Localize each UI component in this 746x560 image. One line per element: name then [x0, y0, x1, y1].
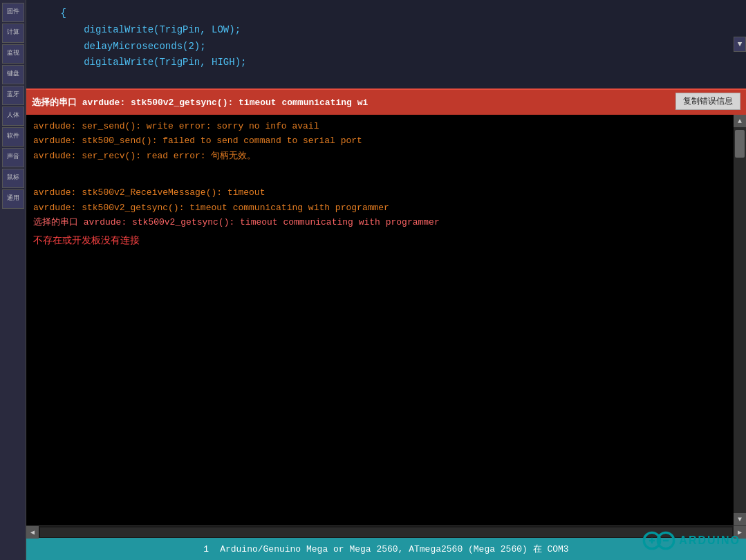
sidebar-label-bluetooth: 蓝牙	[7, 92, 19, 99]
sidebar-item-software[interactable]: 软件	[2, 127, 24, 147]
main-area: { digitalWrite(TrigPin, LOW); delayMicro…	[26, 0, 746, 560]
scroll-up-arrow[interactable]: ▲	[734, 115, 746, 127]
error-console-container: avrdude: ser_send(): write error: sorry …	[26, 115, 746, 538]
sidebar-label-monitor: 监视	[7, 50, 19, 57]
line-number: 1	[203, 544, 209, 554]
arduino-icon-svg	[642, 527, 676, 554]
sidebar-label-software: 软件	[7, 133, 19, 140]
copy-error-button[interactable]: 复制错误信息	[675, 93, 740, 110]
sidebar-label-human: 人体	[7, 113, 19, 120]
console-scrollbar[interactable]: ▲ ▼	[734, 115, 746, 525]
code-line-3: delayMicroseconds(2);	[37, 39, 735, 55]
sidebar-label-firmware: 固件	[7, 9, 19, 16]
scroll-left-arrow[interactable]: ◀	[26, 526, 39, 539]
sidebar-item-compute[interactable]: 计算	[2, 24, 24, 43]
code-line-1: {	[37, 6, 735, 22]
sidebar-item-monitor[interactable]: 监视	[2, 44, 24, 64]
code-line-4: digitalWrite(TrigPin, HIGH);	[37, 55, 735, 71]
error-line-5: avrdude: stk500v2_getsync(): timeout com…	[33, 200, 739, 215]
sidebar-label-mouse: 鼠标	[7, 175, 19, 182]
sidebar-item-keyboard[interactable]: 键盘	[2, 65, 24, 84]
error-line-cn: 不存在或开发板没有连接	[33, 230, 739, 250]
sidebar-item-human[interactable]: 人体	[2, 106, 24, 126]
sidebar-label-general: 通用	[7, 196, 19, 203]
sidebar-item-bluetooth[interactable]: 蓝牙	[2, 86, 24, 105]
error-header-bar: 选择的串口 avrdude: stk500v2_getsync(): timeo…	[26, 90, 746, 115]
sidebar-item-general[interactable]: 通用	[2, 189, 24, 209]
sidebar-item-firmware[interactable]: 固件	[2, 3, 24, 22]
scroll-track	[40, 528, 732, 537]
scroll-down-arrow[interactable]: ▼	[734, 513, 746, 525]
status-bar: 1 Arduino/Genuino Mega or Mega 2560, ATm…	[26, 538, 746, 560]
horizontal-scrollbar[interactable]: ◀ ▶	[26, 525, 746, 538]
error-line-selected: 选择的串口 avrdude: stk500v2_getsync(): timeo…	[33, 215, 739, 230]
sidebar: 固件 计算 监视 键盘 蓝牙 人体 软件 声音 鼠标 通用	[0, 0, 26, 560]
sidebar-label-compute: 计算	[7, 30, 19, 37]
arduino-logo: ARDUINO	[642, 527, 740, 554]
error-line-empty-2	[33, 174, 739, 185]
status-text: Arduino/Genuino Mega or Mega 2560, ATmeg…	[220, 543, 568, 555]
sidebar-label-sound: 声音	[7, 154, 19, 161]
error-line-empty-1	[33, 163, 739, 174]
error-line-2: avrdude: stk500_send(): failed to send c…	[33, 133, 739, 148]
code-scroll-right[interactable]: ▼	[734, 37, 746, 52]
code-editor: { digitalWrite(TrigPin, LOW); delayMicro…	[26, 0, 746, 90]
error-header-text: 选择的串口 avrdude: stk500v2_getsync(): timeo…	[32, 96, 740, 109]
sidebar-label-keyboard: 键盘	[7, 71, 19, 78]
code-line-2: digitalWrite(TrigPin, LOW);	[37, 22, 735, 39]
arduino-text-label: ARDUINO	[679, 534, 740, 547]
error-line-1: avrdude: ser_send(): write error: sorry …	[33, 119, 739, 133]
sidebar-item-mouse[interactable]: 鼠标	[2, 169, 24, 188]
error-line-3: avrdude: ser_recv(): read error: 句柄无效。	[33, 149, 739, 163]
error-console: avrdude: ser_send(): write error: sorry …	[26, 115, 746, 525]
error-line-4: avrdude: stk500v2_ReceiveMessage(): time…	[33, 185, 739, 200]
sidebar-item-sound[interactable]: 声音	[2, 148, 24, 167]
scroll-thumb[interactable]	[735, 130, 745, 158]
